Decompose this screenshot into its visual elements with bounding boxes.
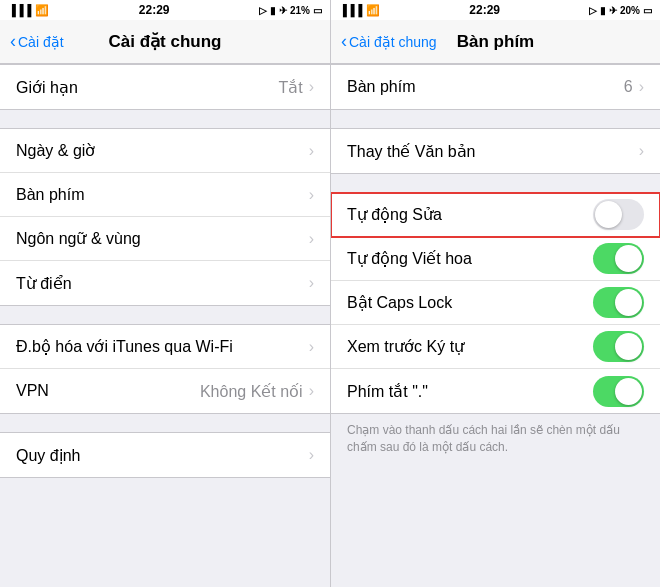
thay-the-label: Thay thế Văn bản [347,142,639,161]
ban-phim-chevron: › [309,186,314,204]
itunes-label: Đ.bộ hóa với iTunes qua Wi-Fi [16,337,309,356]
airplane-icon: ✈ [279,5,287,16]
left-nav-title: Cài đặt chung [109,31,222,52]
right-alarm-icon: ▮ [600,5,606,16]
keyboard-count-group: Bàn phím 6 › [331,64,660,110]
xem-truoc-thumb [615,333,642,360]
left-status-right: ▷ ▮ ✈ 21% ▭ [259,5,322,16]
back-chevron-icon: ‹ [10,32,16,50]
right-nav-back[interactable]: ‹ Cài đặt chung [341,33,437,50]
tu-dien-label: Từ điển [16,274,309,293]
bat-caps-lock-label: Bật Caps Lock [347,293,593,312]
gioi-han-chevron: › [309,78,314,96]
list-item-tu-dong-sua[interactable]: Tự động Sửa [331,193,660,237]
right-back-chevron-icon: ‹ [341,32,347,50]
section-keyboard-count: Bàn phím 6 › [331,64,660,110]
keyboard-count-chevron: › [639,78,644,96]
list-item-ngon-ngu[interactable]: Ngôn ngữ & vùng › [0,217,330,261]
section-toggles: Tự động Sửa Tự động Viết hoa Bật Caps Lo… [331,192,660,414]
right-settings-list: Bàn phím 6 › Thay thế Văn bản › Tự động … [331,64,660,587]
quy-dinh-label: Quy định [16,446,309,465]
right-status-bar: ▐▐▐ 📶 22:29 ▷ ▮ ✈ 20% ▭ [331,0,660,20]
tu-dong-sua-toggle-thumb [595,201,622,228]
right-status-right: ▷ ▮ ✈ 20% ▭ [589,5,652,16]
left-panel: ▐▐▐ 📶 22:29 ▷ ▮ ✈ 21% ▭ ‹ Cài đặt Cài đặ… [0,0,330,587]
ban-phim-count-label: Bàn phím [347,78,624,96]
left-status-icons: ▐▐▐ 📶 [8,4,49,17]
right-status-time: 22:29 [469,3,500,17]
ban-phim-label: Bàn phím [16,186,309,204]
thay-the-chevron: › [639,142,644,160]
list-item-ban-phim-count[interactable]: Bàn phím 6 › [331,65,660,109]
replace-text-group: Thay thế Văn bản › [331,128,660,174]
left-status-time: 22:29 [139,3,170,17]
section-2: Ngày & giờ › Bàn phím › Ngôn ngữ & vùng … [0,128,330,306]
left-nav-back-label: Cài đặt [18,34,64,50]
section-group-1: Giới hạn Tắt › [0,64,330,110]
left-settings-list: Giới hạn Tắt › Ngày & giờ › Bàn phím › N… [0,64,330,587]
list-item-gioi-han[interactable]: Giới hạn Tắt › [0,65,330,109]
list-item-phim-tat[interactable]: Phím tắt "." [331,369,660,413]
keyboard-count: 6 [624,78,633,96]
location-icon: ▷ [259,5,267,16]
right-nav-title: Bàn phím [457,32,534,52]
section-4: Quy định › [0,432,330,478]
xem-truoc-label: Xem trước Ký tự [347,337,593,356]
right-airplane-icon: ✈ [609,5,617,16]
section-group-4: Quy định › [0,432,330,478]
tu-dong-sua-toggle[interactable] [593,199,644,230]
tu-dong-viet-hoa-label: Tự động Viết hoa [347,249,593,268]
right-status-icons: ▐▐▐ 📶 [339,4,380,17]
wifi-icon: 📶 [35,4,49,17]
list-item-vpn[interactable]: VPN Không Kết nối › [0,369,330,413]
vpn-chevron: › [309,382,314,400]
section-gioi-han: Giới hạn Tắt › [0,64,330,110]
xem-truoc-toggle[interactable] [593,331,644,362]
battery-icon-left: ▭ [313,5,322,16]
tu-dong-sua-label: Tự động Sửa [347,205,593,224]
itunes-chevron: › [309,338,314,356]
list-item-itunes[interactable]: Đ.bộ hóa với iTunes qua Wi-Fi › [0,325,330,369]
vpn-label: VPN [16,382,200,400]
list-item-ngay-gio[interactable]: Ngày & giờ › [0,129,330,173]
list-item-quy-dinh[interactable]: Quy định › [0,433,330,477]
tu-dong-viet-hoa-toggle[interactable] [593,243,644,274]
right-nav-bar: ‹ Cài đặt chung Bàn phím [331,20,660,64]
gioi-han-value: Tắt [278,78,302,97]
bat-caps-lock-toggle[interactable] [593,287,644,318]
phim-tat-thumb [615,378,642,405]
tu-dien-chevron: › [309,274,314,292]
ngay-gio-chevron: › [309,142,314,160]
gioi-han-label: Giới hạn [16,78,278,97]
list-item-bat-caps-lock[interactable]: Bật Caps Lock [331,281,660,325]
battery-pct-left: 21% [290,5,310,16]
battery-icon-right: ▭ [643,5,652,16]
list-item-xem-truoc[interactable]: Xem trước Ký tự [331,325,660,369]
phim-tat-toggle[interactable] [593,376,644,407]
right-signal-icon: ▐▐▐ [339,4,362,16]
alarm-icon: ▮ [270,5,276,16]
section-group-2: Ngày & giờ › Bàn phím › Ngôn ngữ & vùng … [0,128,330,306]
vpn-value: Không Kết nối [200,382,303,401]
left-status-bar: ▐▐▐ 📶 22:29 ▷ ▮ ✈ 21% ▭ [0,0,330,20]
bat-caps-lock-thumb [615,289,642,316]
right-nav-back-label: Cài đặt chung [349,34,437,50]
battery-pct-right: 20% [620,5,640,16]
list-item-tu-dong-viet-hoa[interactable]: Tự động Viết hoa [331,237,660,281]
left-nav-back[interactable]: ‹ Cài đặt [10,33,64,50]
left-nav-bar: ‹ Cài đặt Cài đặt chung [0,20,330,64]
list-item-ban-phim[interactable]: Bàn phím › [0,173,330,217]
right-wifi-icon: 📶 [366,4,380,17]
ngon-ngu-chevron: › [309,230,314,248]
right-panel: ▐▐▐ 📶 22:29 ▷ ▮ ✈ 20% ▭ ‹ Cài đặt chung … [330,0,660,587]
list-item-thay-the[interactable]: Thay thế Văn bản › [331,129,660,173]
right-location-icon: ▷ [589,5,597,16]
section-replace-text: Thay thế Văn bản › [331,128,660,174]
ngon-ngu-label: Ngôn ngữ & vùng [16,229,309,248]
section-group-3: Đ.bộ hóa với iTunes qua Wi-Fi › VPN Khôn… [0,324,330,414]
signal-icon: ▐▐▐ [8,4,31,16]
ngay-gio-label: Ngày & giờ [16,141,309,160]
phim-tat-label: Phím tắt "." [347,382,593,401]
list-item-tu-dien[interactable]: Từ điển › [0,261,330,305]
toggle-group: Tự động Sửa Tự động Viết hoa Bật Caps Lo… [331,192,660,414]
